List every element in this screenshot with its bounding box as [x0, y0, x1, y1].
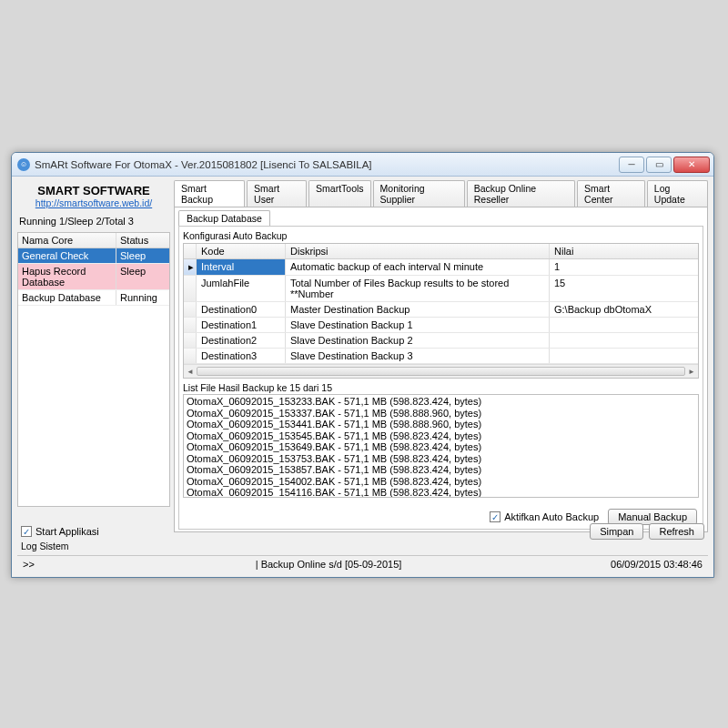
log-sistem-label: Log Sistem	[17, 541, 708, 553]
core-status: Sleep	[116, 248, 169, 263]
statusbar: >> | Backup Online s/d [05-09-2015] 06/0…	[17, 555, 708, 571]
cfg-kode: Destination0	[197, 302, 286, 317]
refresh-button[interactable]: Refresh	[649, 523, 704, 540]
row-header	[184, 333, 197, 348]
core-status: Running	[116, 290, 169, 305]
cfg-nilai	[550, 349, 698, 363]
simpan-button[interactable]: Simpan	[590, 523, 643, 540]
config-row[interactable]: Destination2Slave Destination Backup 2	[184, 333, 698, 349]
row-header	[184, 318, 197, 332]
backup-file-list[interactable]: OtomaX_06092015_153233.BAK - 571,1 MB (5…	[183, 394, 699, 498]
row-header	[184, 302, 197, 317]
config-row[interactable]: Destination1Slave Destination Backup 1	[184, 318, 698, 333]
col-diskripsi[interactable]: Diskripsi	[286, 244, 550, 258]
running-status: Running 1/Sleep 2/Total 3	[17, 212, 170, 232]
config-table: Kode Diskripsi Nilai ▸IntervalAutomatic …	[183, 243, 699, 379]
minimize-button[interactable]: ─	[619, 157, 644, 173]
tab-backup-online-reseller[interactable]: Backup Online Reseller	[467, 180, 575, 207]
tab-log-update[interactable]: Log Update	[647, 180, 708, 207]
cfg-diskripsi: Slave Destination Backup 3	[286, 349, 550, 363]
cfg-nilai	[550, 333, 698, 348]
core-table: Nama Core Status General CheckSleepHapus…	[17, 232, 170, 507]
auto-backup-checkbox[interactable]: ✓ Aktifkan Auto Backup	[490, 511, 599, 522]
backup-file-item[interactable]: OtomaX_06092015_153233.BAK - 571,1 MB (5…	[187, 396, 695, 408]
close-button[interactable]: ✕	[673, 157, 710, 173]
core-row[interactable]: General CheckSleep	[18, 248, 169, 264]
backup-file-item[interactable]: OtomaX_06092015_154116.BAK - 571,1 MB (5…	[187, 487, 695, 498]
start-applikasi-checkbox[interactable]: ✓ Start Applikasi	[21, 526, 99, 537]
status-left: >>	[23, 559, 46, 570]
cfg-nilai	[550, 318, 698, 332]
scroll-thumb[interactable]	[197, 367, 685, 376]
start-applikasi-label: Start Applikasi	[35, 526, 99, 537]
cfg-nilai: 15	[550, 276, 698, 301]
cfg-diskripsi: Master Destination Backup	[286, 302, 550, 317]
core-nama: General Check	[18, 248, 116, 263]
cfg-diskripsi: Automatic backup of each interval N minu…	[286, 259, 550, 275]
app-icon: ☺	[17, 158, 30, 171]
col-kode[interactable]: Kode	[197, 244, 286, 258]
titlebar[interactable]: ☺ SmARt Software For OtomaX - Ver.201508…	[12, 153, 713, 177]
brand-title: SMART SOFTWARE	[21, 184, 167, 197]
cfg-kode: Destination1	[197, 318, 286, 332]
maximize-button[interactable]: ▭	[646, 157, 672, 173]
window-title: SmARt Software For OtomaX - Ver.20150818…	[35, 159, 619, 170]
tab-smart-backup[interactable]: Smart Backup	[174, 180, 245, 207]
row-header	[184, 349, 197, 363]
backup-file-item[interactable]: OtomaX_06092015_153753.BAK - 571,1 MB (5…	[187, 453, 695, 465]
status-datetime: 06/09/2015 03:48:46	[611, 559, 703, 570]
auto-backup-label: Aktifkan Auto Backup	[504, 511, 599, 522]
col-status[interactable]: Status	[116, 233, 169, 248]
backup-database-panel: Konfigurasi Auto Backup Kode Diskripsi N…	[178, 226, 703, 530]
col-nilai[interactable]: Nilai	[550, 244, 698, 258]
main-panel: Smart BackupSmart UserSmartToolsMonitori…	[174, 180, 708, 521]
checkmark-icon: ✓	[490, 511, 500, 522]
group-konfigurasi: Konfigurasi Auto Backup	[183, 230, 699, 241]
cfg-nilai: 1	[550, 259, 698, 275]
cfg-diskripsi: Slave Destination Backup 2	[286, 333, 550, 348]
cfg-kode: JumlahFile	[197, 276, 286, 301]
core-nama: Backup Database	[18, 290, 116, 305]
backup-file-item[interactable]: OtomaX_06092015_153857.BAK - 571,1 MB (5…	[187, 464, 695, 476]
cfg-diskripsi: Slave Destination Backup 1	[286, 318, 550, 332]
cfg-nilai: G:\Backup dbOtomaX	[550, 302, 698, 317]
cfg-diskripsi: Total Number of Files Backup results to …	[286, 276, 550, 301]
row-header	[184, 276, 197, 301]
sidebar: SMART SOFTWARE http://smartsoftware.web.…	[17, 180, 170, 521]
tab-smart-user[interactable]: Smart User	[247, 180, 307, 207]
config-hscrollbar[interactable]: ◄ ►	[184, 364, 698, 378]
backup-file-item[interactable]: OtomaX_06092015_153441.BAK - 571,1 MB (5…	[187, 419, 695, 430]
tab-smart-center[interactable]: Smart Center	[577, 180, 645, 207]
core-status: Sleep	[116, 264, 169, 289]
cfg-kode: Interval	[197, 259, 286, 275]
core-row[interactable]: Hapus Record DatabaseSleep	[18, 264, 169, 290]
backup-file-item[interactable]: OtomaX_06092015_153649.BAK - 571,1 MB (5…	[187, 441, 695, 453]
core-row[interactable]: Backup DatabaseRunning	[18, 290, 169, 306]
backup-file-item[interactable]: OtomaX_06092015_153337.BAK - 571,1 MB (5…	[187, 408, 695, 420]
brand-link[interactable]: http://smartsoftware.web.id/	[35, 197, 152, 208]
scroll-left-icon[interactable]: ◄	[184, 365, 197, 378]
tab-smarttools[interactable]: SmartTools	[308, 180, 371, 207]
tab-monitoring-supplier[interactable]: Monitoring Supplier	[373, 180, 465, 207]
config-row[interactable]: Destination3Slave Destination Backup 3	[184, 349, 698, 364]
cfg-kode: Destination2	[197, 333, 286, 348]
cfg-kode: Destination3	[197, 349, 286, 363]
config-row[interactable]: ▸IntervalAutomatic backup of each interv…	[184, 259, 698, 276]
scroll-right-icon[interactable]: ►	[685, 365, 698, 378]
subtab-backup-database[interactable]: Backup Database	[178, 210, 270, 226]
app-window: ☺ SmARt Software For OtomaX - Ver.201508…	[11, 152, 714, 578]
row-header: ▸	[184, 259, 197, 275]
footer-actions: ✓ Start Applikasi Simpan Refresh	[17, 522, 708, 541]
config-row[interactable]: JumlahFileTotal Number of Files Backup r…	[184, 276, 698, 302]
backup-file-item[interactable]: OtomaX_06092015_153545.BAK - 571,1 MB (5…	[187, 430, 695, 442]
col-nama-core[interactable]: Nama Core	[18, 233, 116, 248]
main-tabs: Smart BackupSmart UserSmartToolsMonitori…	[174, 180, 708, 207]
list-file-label: List File Hasil Backup ke 15 dari 15	[183, 382, 699, 393]
config-row[interactable]: Destination0Master Destination BackupG:\…	[184, 302, 698, 318]
tab-panel-smart-backup: Backup Database Konfigurasi Auto Backup …	[174, 207, 708, 532]
core-nama: Hapus Record Database	[18, 264, 116, 289]
status-mid: | Backup Online s/d [05-09-2015]	[46, 559, 611, 570]
backup-file-item[interactable]: OtomaX_06092015_154002.BAK - 571,1 MB (5…	[187, 476, 695, 488]
checkmark-icon: ✓	[21, 526, 32, 537]
